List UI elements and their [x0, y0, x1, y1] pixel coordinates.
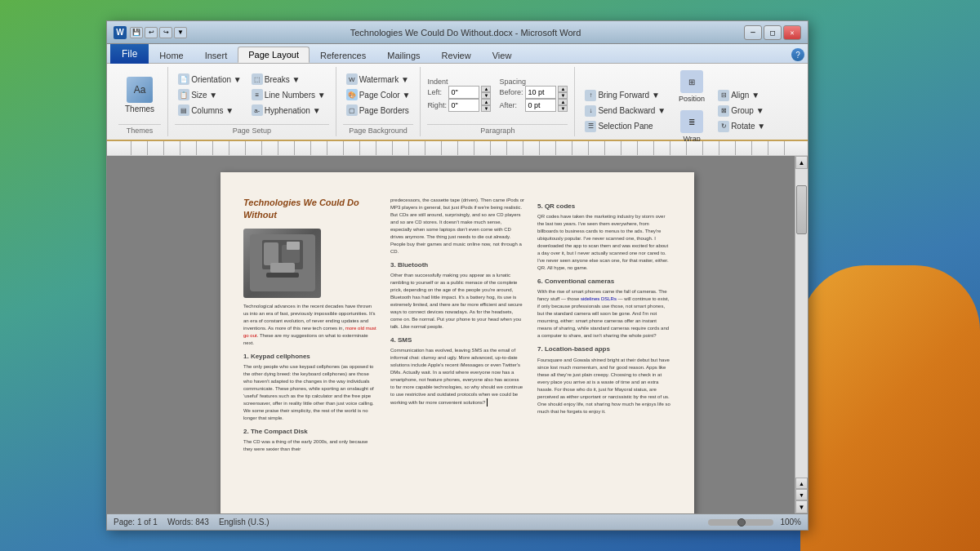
section-4-text: Communication has evolved, leaving SMS a…	[390, 347, 524, 407]
page-color-label: Page Color ▼	[359, 91, 411, 100]
line-numbers-icon: ≡	[252, 89, 263, 100]
quick-access-toolbar: 💾 ↩ ↪ ▼	[130, 27, 187, 38]
redo-quick-btn[interactable]: ↪	[159, 27, 172, 38]
indent-right-down[interactable]: ▼	[481, 105, 491, 112]
page-color-button[interactable]: 🎨 Page Color ▼	[343, 87, 414, 102]
indent-right-input[interactable]: 0"	[448, 99, 479, 112]
file-tab[interactable]: File	[110, 44, 149, 64]
page-borders-button[interactable]: ▢ Page Borders	[343, 103, 414, 118]
spacing-after-down[interactable]: ▼	[558, 105, 568, 112]
indent-control: Indent Left: 0" ▲ ▼ Right: 0"	[427, 78, 491, 112]
indent-right-label: Right:	[427, 101, 447, 109]
position-button[interactable]: ⊞ Position	[672, 67, 711, 106]
section-3-text: Other than successfully making you appea…	[390, 272, 524, 331]
tab-insert[interactable]: Insert	[194, 47, 238, 63]
scroll-page-up-button[interactable]: ▲	[795, 478, 808, 489]
page-column-left: Technologies We Could Do Without	[243, 197, 377, 513]
status-bar-right: 100%	[708, 518, 801, 527]
page-setup-group-label: Page Setup	[175, 124, 329, 136]
columns-label: Columns ▼	[191, 106, 234, 115]
close-button[interactable]: ✕	[783, 25, 801, 40]
undo-quick-btn[interactable]: ↩	[145, 27, 158, 38]
section-1-heading: 1. Keypad cellphones	[243, 352, 377, 361]
watermark-button[interactable]: W Watermark ▼	[343, 72, 414, 87]
page-bg-group-label: Page Background	[343, 124, 414, 136]
themes-button[interactable]: Aa Themes	[118, 73, 161, 117]
rotate-icon: ↻	[718, 121, 729, 132]
indent-left-down[interactable]: ▼	[481, 92, 491, 99]
word-app-icon: W	[114, 26, 127, 39]
breaks-icon: ⬚	[252, 73, 263, 85]
align-button[interactable]: ⊟ Align ▼	[715, 88, 768, 103]
scroll-page-down-button[interactable]: ▼	[795, 489, 808, 500]
help-button[interactable]: ?	[791, 48, 804, 61]
position-icon: ⊞	[680, 70, 703, 93]
indent-right-spinner: ▲ ▼	[481, 99, 491, 112]
indent-left-up[interactable]: ▲	[481, 86, 491, 92]
themes-label: Themes	[125, 104, 154, 113]
section-3-heading: 3. Bluetooth	[390, 260, 524, 269]
svg-rect-5	[270, 263, 295, 273]
title-bar: W 💾 ↩ ↪ ▼ Technologies We Could Do Witho…	[107, 21, 808, 44]
scroll-track[interactable]	[795, 169, 808, 478]
ribbon-group-page-setup: 📄 Orientation ▼ 📋 Size ▼ ▤ Columns ▼ ⬚	[168, 67, 336, 136]
link-text: sidelines DSLRs	[581, 296, 617, 301]
rotate-button[interactable]: ↻ Rotate ▼	[715, 119, 768, 134]
scroll-down-button[interactable]: ▼	[795, 500, 808, 513]
indent-left-label: Left:	[427, 88, 447, 96]
page-bg-col: W Watermark ▼ 🎨 Page Color ▼ ▢ Page Bord…	[343, 72, 414, 118]
size-button[interactable]: 📋 Size ▼	[175, 87, 245, 102]
chair-decoration	[800, 265, 980, 551]
hyphenation-icon: a-	[252, 104, 263, 116]
page-color-icon: 🎨	[346, 89, 358, 100]
zoom-thumb[interactable]	[737, 518, 746, 527]
page-setup-content: 📄 Orientation ▼ 📋 Size ▼ ▤ Columns ▼ ⬚	[175, 67, 329, 122]
indent-left-input[interactable]: 0"	[448, 86, 479, 99]
scroll-up-button[interactable]: ▲	[795, 156, 808, 169]
tab-references[interactable]: References	[310, 47, 376, 63]
ribbon-group-page-bg: W Watermark ▼ 🎨 Page Color ▼ ▢ Page Bord…	[336, 67, 421, 136]
orientation-button[interactable]: 📄 Orientation ▼	[175, 72, 245, 87]
spacing-before-label: Before:	[499, 88, 523, 96]
send-backward-button[interactable]: ↓ Send Backward ▼	[581, 104, 669, 118]
spacing-before-down[interactable]: ▼	[558, 92, 568, 99]
hyphenation-button[interactable]: a- Hyphenation ▼	[248, 103, 329, 118]
scroll-thumb[interactable]	[796, 185, 807, 234]
hyphenation-label: Hyphenation ▼	[265, 106, 321, 115]
maximize-button[interactable]: □	[764, 25, 782, 40]
save-quick-btn[interactable]: 💾	[130, 27, 143, 38]
group-icon: ⊠	[718, 105, 729, 117]
tab-mailings[interactable]: Mailings	[376, 47, 430, 63]
selection-pane-icon: ☰	[585, 121, 596, 132]
tab-page-layout[interactable]: Page Layout	[238, 47, 310, 63]
spacing-before-up[interactable]: ▲	[558, 86, 568, 92]
spacing-after-input[interactable]: 0 pt	[525, 99, 556, 112]
customize-quick-btn[interactable]: ▼	[174, 27, 187, 38]
vertical-scrollbar: ▲ ▲ ▼ ▼	[795, 156, 808, 513]
group-button[interactable]: ⊠ Group ▼	[715, 104, 768, 118]
spacing-before-input[interactable]: 10 pt	[525, 86, 556, 99]
tab-review[interactable]: Review	[431, 47, 482, 63]
spacing-after-up[interactable]: ▲	[558, 99, 568, 105]
zoom-slider[interactable]	[708, 519, 773, 526]
breaks-button[interactable]: ⬚ Breaks ▼	[248, 72, 329, 87]
minimize-button[interactable]: ─	[744, 25, 762, 40]
indent-right-up[interactable]: ▲	[481, 99, 491, 105]
word-window: W 💾 ↩ ↪ ▼ Technologies We Could Do Witho…	[106, 20, 808, 531]
watermark-label: Watermark ▼	[359, 75, 409, 84]
page-column-middle: predecessors, the cassette tape (driven)…	[390, 197, 524, 513]
tab-view[interactable]: View	[482, 47, 523, 63]
columns-button[interactable]: ▤ Columns ▼	[175, 103, 245, 118]
section-4-heading: 4. SMS	[390, 335, 524, 344]
red-text: more old must go out	[243, 326, 376, 338]
section-5-heading: 5. QR codes	[537, 202, 671, 211]
selection-pane-button[interactable]: ☰ Selection Pane	[581, 119, 669, 134]
section-2-text: The CD was a thing of the early 2000s, a…	[243, 438, 377, 453]
page-setup-col2: ⬚ Breaks ▼ ≡ Line Numbers ▼ a- Hyphenati…	[248, 72, 329, 118]
tab-home[interactable]: Home	[149, 47, 194, 63]
bring-forward-button[interactable]: ↑ Bring Forward ▼	[581, 88, 669, 103]
zoom-level: 100%	[780, 518, 801, 527]
line-numbers-button[interactable]: ≡ Line Numbers ▼	[248, 87, 329, 102]
themes-content: Aa Themes	[118, 67, 161, 122]
arrange-col3: ⊟ Align ▼ ⊠ Group ▼ ↻ Rotate ▼	[715, 88, 768, 134]
